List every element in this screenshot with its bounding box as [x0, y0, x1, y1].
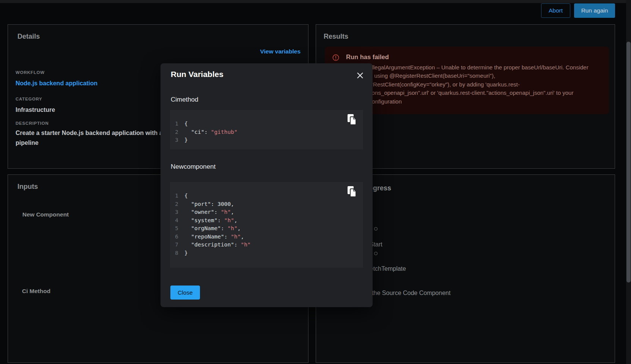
copy-icon[interactable]: [347, 114, 357, 126]
code-text: "system": "h",: [184, 217, 238, 225]
code-token: "orgName":: [184, 225, 228, 231]
line-number: 7: [175, 241, 178, 249]
newcomponent-code-block: 1 { 2 "port": 3000, 3 "owner": "h", 4 "s…: [170, 182, 363, 268]
code-token: "h": [221, 209, 231, 215]
description-label: DESCRIPTION: [16, 121, 49, 126]
line-number: 8: [175, 249, 178, 257]
modal-close-footer-button[interactable]: Close: [170, 286, 200, 300]
line-number: 5: [175, 224, 178, 233]
code-line: 6 "repoName": "h",: [175, 233, 363, 241]
line-number: 6: [175, 233, 178, 241]
code-token: ,: [238, 225, 241, 231]
code-token: ,: [231, 209, 234, 215]
code-token: "port": 3000,: [184, 201, 234, 207]
alert-title: Run has failed: [346, 53, 389, 61]
inputs-title: Inputs: [17, 183, 38, 191]
workflow-label: WORKFLOW: [16, 70, 45, 75]
details-title: Details: [17, 33, 40, 41]
alert-message-line: java.lang.IllegalArgumentException – Una…: [346, 64, 589, 71]
code-text: "description": "h": [184, 241, 251, 249]
close-icon: [356, 72, 364, 81]
line-number: 4: [175, 217, 178, 225]
section-heading-cimethod: Cimethod: [171, 96, 198, 104]
view-variables-link[interactable]: View variables: [260, 48, 301, 55]
line-number: 2: [175, 128, 178, 136]
code-text: }: [184, 249, 188, 257]
code-token: ,: [241, 234, 244, 240]
code-line: 5 "orgName": "h",: [175, 224, 363, 233]
top-strip: [0, 0, 631, 3]
code-text: {: [184, 120, 188, 128]
code-token: {: [184, 193, 188, 199]
code-token: "h": [231, 234, 241, 240]
step-connector-dot: [374, 227, 378, 231]
modal-close-button[interactable]: [355, 71, 365, 81]
copy-icon[interactable]: [347, 186, 357, 198]
modal-title: Run Variables: [171, 70, 223, 79]
code-text: "port": 3000,: [184, 200, 234, 209]
code-text: "repoName": "h",: [184, 233, 244, 241]
code-token: {: [184, 121, 188, 127]
input-field-label-ci-method: Ci Method: [22, 288, 50, 295]
cimethod-code-block: 1 { 2 "ci": "github" 3 }: [170, 110, 363, 149]
code-token: "description":: [184, 242, 241, 248]
code-token: "ci":: [184, 129, 211, 135]
abort-button[interactable]: Abort: [541, 3, 570, 18]
code-line: 1 {: [175, 120, 363, 128]
code-line: 3 "owner": "h",: [175, 208, 363, 217]
line-number: 1: [175, 192, 178, 200]
code-line: 3 }: [175, 136, 363, 144]
line-number: 2: [175, 200, 178, 209]
code-token: "system":: [184, 217, 224, 223]
workflow-link[interactable]: Node.js backend application: [16, 80, 98, 87]
code-token: }: [184, 250, 188, 256]
step-connector-dot: [374, 252, 378, 255]
code-token: }: [184, 137, 188, 143]
input-field-label-new-component: New Component: [22, 211, 69, 218]
code-token: "github": [211, 129, 238, 135]
description-line-1: Create a starter Node.js backend applica…: [16, 130, 170, 136]
code-token: "h": [224, 217, 234, 223]
run-variables-modal: Run Variables Cimethod 1 {: [161, 63, 373, 307]
results-title: Results: [324, 33, 348, 41]
code-token: "h": [241, 242, 250, 248]
code-text: "orgName": "h",: [184, 224, 241, 233]
code-text: "ci": "github": [184, 128, 238, 136]
code-line: 2 "port": 3000,: [175, 200, 363, 209]
code-line: 7 "description": "h": [175, 241, 363, 249]
code-line: 4 "system": "h",: [175, 217, 363, 225]
code-token: "repoName":: [184, 234, 231, 240]
line-number: 1: [175, 120, 178, 128]
code-line: 1 {: [175, 192, 363, 200]
line-number: 3: [175, 208, 178, 217]
category-label: CATEGORY: [16, 97, 42, 101]
exclamation-circle-icon: [332, 54, 339, 61]
description-line-2: pipeline: [16, 140, 38, 146]
category-value: Infrastructure: [16, 107, 55, 113]
code-token: ,: [234, 217, 238, 223]
page: Abort Run again Details View variables W…: [0, 0, 631, 364]
code-text: "owner": "h",: [184, 208, 234, 217]
code-line: 8 }: [175, 249, 363, 257]
section-heading-newcomponent: Newcomponent: [171, 163, 216, 171]
alert-message-line: client."actions_openapi_json".url' or 'q…: [346, 89, 573, 96]
code-line: 2 "ci": "github": [175, 128, 363, 136]
code-text: {: [184, 192, 188, 200]
line-number: 3: [175, 136, 178, 144]
code-token: "h": [228, 225, 238, 231]
run-again-button[interactable]: Run again: [574, 3, 615, 18]
code-text: }: [184, 136, 188, 144]
scrollbar-thumb[interactable]: [626, 42, 631, 282]
code-token: "owner":: [184, 209, 221, 215]
